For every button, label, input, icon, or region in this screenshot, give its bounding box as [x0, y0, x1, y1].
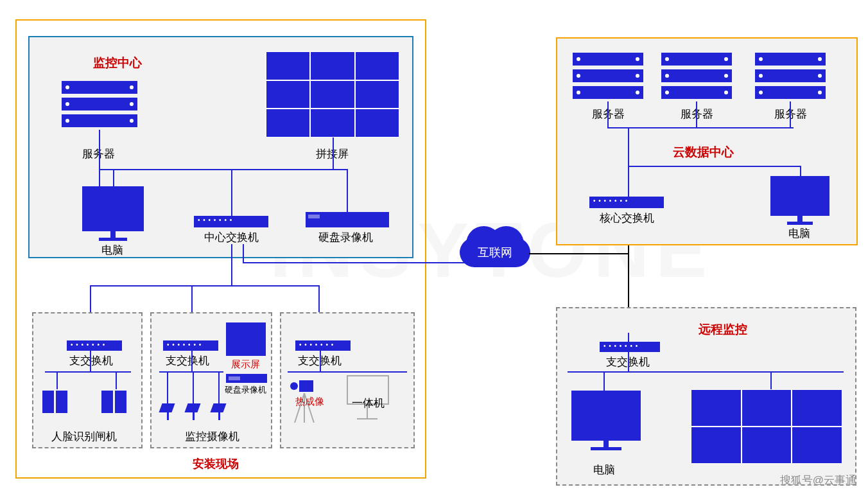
wire: [99, 130, 100, 186]
wire: [231, 169, 232, 216]
label-gate: 人脸识别闸机: [51, 429, 117, 444]
pc-icon-cc: [770, 176, 829, 225]
wire: [159, 371, 223, 373]
core-switch-mc-icon: [194, 216, 268, 227]
watermark-text: 搜狐号@云事通: [780, 473, 856, 488]
display-icon: [226, 322, 266, 356]
server-icon: [661, 53, 732, 103]
wire: [191, 351, 193, 371]
core-switch-cc-icon: [589, 197, 664, 208]
sub2-switch-icon: [163, 340, 218, 351]
wire: [790, 101, 791, 127]
wire: [90, 351, 91, 371]
label-sub1-switch: 支交换机: [69, 353, 113, 368]
sub2-nvr-icon: [226, 374, 267, 383]
server-icon: [573, 53, 643, 103]
wire: [231, 244, 232, 287]
pc-icon-remote: [571, 391, 641, 450]
remote-switch-icon: [600, 342, 660, 352]
label-sub2-nvr: 硬盘录像机: [225, 384, 266, 396]
zone-monitor-title: 监控中心: [93, 55, 142, 71]
gate-icon: [101, 391, 126, 413]
cloud-label: 互联网: [478, 245, 512, 260]
wire: [320, 351, 321, 371]
wire: [628, 333, 629, 342]
wire: [770, 371, 772, 391]
zone-sub1: [32, 312, 143, 448]
label-core-switch-cc: 核心交换机: [600, 211, 654, 225]
wire: [56, 371, 58, 389]
label-pc-remote: 电脑: [593, 463, 615, 477]
label-nvr-mc: 硬盘录像机: [318, 230, 373, 245]
wire: [607, 127, 794, 128]
wire: [333, 137, 334, 169]
camera-icon: [212, 403, 225, 420]
thermal-cam-icon: [290, 380, 313, 392]
wire: [45, 371, 131, 373]
label-pc-cc: 电脑: [788, 226, 810, 241]
zone-remote-title: 远程监控: [699, 321, 747, 338]
wire: [288, 371, 407, 373]
wire: [99, 169, 348, 170]
wire-black: [529, 253, 629, 254]
zone-install-title: 安装现场: [193, 456, 239, 472]
camera-icon: [186, 403, 199, 420]
label-display: 展示屏: [231, 358, 260, 371]
wire: [800, 166, 801, 176]
sub3-switch-icon: [295, 340, 351, 351]
wire: [628, 352, 629, 373]
label-core-switch-mc: 中心交换机: [204, 230, 259, 245]
label-thermal: 热成像: [295, 396, 324, 408]
label-kiosk: 一体机: [352, 396, 385, 410]
wire: [603, 371, 605, 391]
wire: [167, 371, 168, 403]
camera-icon: [161, 403, 173, 420]
label-pc-mc: 电脑: [101, 243, 123, 258]
videowall-remote-icon: [691, 389, 842, 464]
wire: [607, 101, 609, 127]
wire: [116, 371, 117, 389]
wire: [193, 371, 194, 403]
server-icon: [755, 53, 826, 103]
zone-cloud-title: 云数据中心: [673, 144, 734, 161]
wire: [628, 166, 801, 167]
wire: [90, 285, 320, 287]
wire: [696, 101, 697, 127]
sub1-switch-icon: [67, 340, 122, 351]
pc-icon-mc: [82, 186, 144, 241]
wire: [628, 127, 629, 197]
wire: [218, 371, 220, 403]
videowall-icon: [266, 51, 399, 137]
wire: [347, 169, 348, 212]
wire: [243, 262, 467, 263]
wire: [568, 371, 844, 373]
wire: [243, 244, 244, 263]
gate-icon: [42, 391, 67, 413]
label-sub2-switch: 支交换机: [166, 353, 209, 368]
cloud-internet: 互联网: [460, 238, 530, 267]
server-icon: [62, 81, 137, 131]
label-cams: 监控摄像机: [185, 429, 239, 444]
nvr-mc-icon: [306, 212, 389, 227]
wire: [113, 169, 114, 186]
